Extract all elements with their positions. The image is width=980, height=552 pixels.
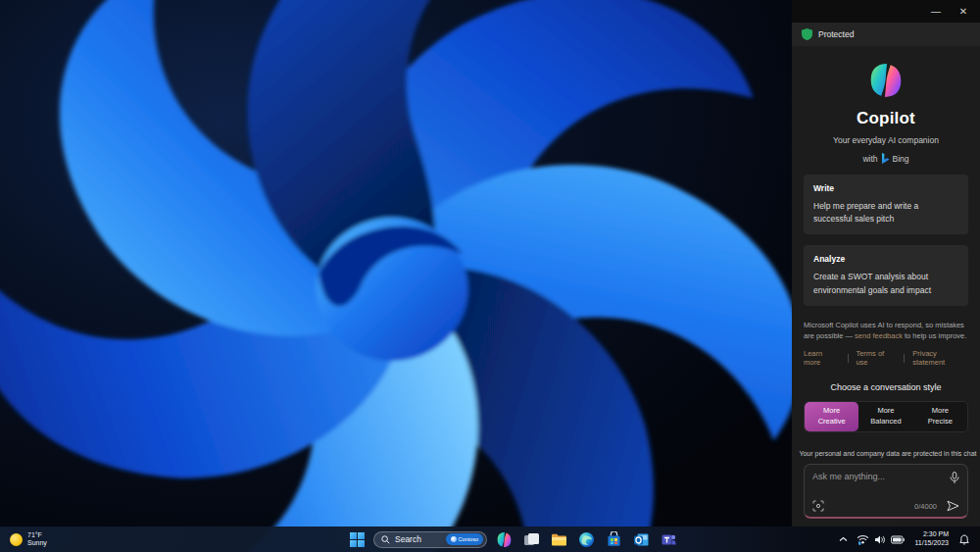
search-icon [381, 535, 390, 544]
copilot-sidebar-panel: — ✕ Protected [792, 0, 980, 527]
with-label: with [862, 154, 877, 164]
taskbar-app-outlook[interactable] [630, 528, 652, 550]
send-icon[interactable] [947, 500, 959, 512]
taskbar-app-teams[interactable] [658, 528, 679, 550]
terms-of-use-link[interactable]: Terms of use [856, 349, 896, 367]
privacy-statement-link[interactable]: Privacy statement [912, 349, 968, 367]
style-more-creative-button[interactable]: More Creative [805, 402, 858, 431]
style-more-balanced-button[interactable]: More Balanced [858, 402, 912, 431]
tray-overflow-chevron[interactable] [836, 528, 851, 550]
teams-icon [661, 531, 677, 548]
system-tray: 2:30 PM 11/15/2023 [836, 527, 980, 552]
taskbar: 71°F Sunny [0, 527, 980, 552]
minimize-button[interactable]: — [925, 3, 947, 20]
microsoft-store-icon [606, 531, 622, 548]
shield-protected-icon [802, 28, 812, 40]
tray-status-icons[interactable] [855, 528, 906, 550]
chat-input-box[interactable]: 0/4000 [804, 464, 968, 519]
clock-widget[interactable]: 2:30 PM 11/15/2023 [910, 528, 953, 550]
spacer [804, 432, 968, 449]
clock-date: 11/15/2023 [914, 539, 949, 548]
card-body: Create a SWOT analysis about environment… [813, 271, 958, 296]
link-separator [848, 354, 849, 363]
battery-icon [891, 535, 905, 544]
style-more-precise-button[interactable]: More Precise [913, 402, 967, 431]
style-label-line2: Creative [805, 417, 858, 427]
task-view-icon [523, 531, 540, 548]
taskbar-search-box[interactable]: Search Contoso [373, 531, 487, 548]
card-body: Help me prepare and write a successful s… [813, 200, 958, 226]
start-button[interactable] [346, 528, 368, 550]
close-button[interactable]: ✕ [953, 3, 974, 20]
contoso-badge[interactable]: Contoso [446, 533, 484, 545]
with-bing-row: with Bing [862, 153, 908, 164]
copilot-subtitle: Your everyday AI companion [833, 135, 939, 145]
microphone-icon[interactable] [950, 472, 959, 484]
desktop-wallpaper [0, 0, 792, 552]
bing-icon [881, 153, 890, 164]
screenshot-capture-icon[interactable] [812, 500, 824, 512]
card-title: Write [813, 183, 958, 193]
outlook-icon [633, 531, 650, 548]
send-feedback-link[interactable]: send feedback [855, 331, 903, 340]
chevron-up-icon [839, 536, 848, 542]
disclaimer-text-after: to help us improve. [903, 331, 966, 340]
style-label-line1: More [913, 406, 967, 417]
style-label-line2: Balanced [858, 417, 912, 427]
panel-body: Copilot Your everyday AI companion with … [792, 46, 980, 527]
conversation-style-selector: More Creative More Balanced More Precise [804, 401, 968, 432]
taskbar-app-copilot[interactable] [493, 528, 514, 550]
panel-titlebar: — ✕ [792, 0, 980, 23]
ai-disclaimer: Microsoft Copilot uses AI to respond, so… [804, 320, 968, 342]
windows-desktop-screen: — ✕ Protected [0, 0, 980, 552]
taskbar-app-task-view[interactable] [520, 528, 542, 550]
suggestion-card-analyze[interactable]: Analyze Create a SWOT analysis about env… [804, 245, 968, 305]
copilot-title: Copilot [857, 109, 915, 128]
card-title: Analyze [813, 254, 958, 264]
taskbar-app-store[interactable] [603, 528, 624, 550]
link-separator [904, 354, 905, 363]
chat-input-top-row [812, 472, 959, 484]
search-label: Search [395, 534, 441, 544]
data-protection-note: Your personal and company data are prote… [804, 449, 968, 458]
file-explorer-icon [551, 531, 567, 548]
style-label-line1: More [858, 406, 912, 417]
clock-time: 2:30 PM [923, 530, 949, 539]
copilot-logo-icon [867, 62, 905, 99]
learn-more-link[interactable]: Learn more [804, 349, 840, 367]
weather-temp: 71°F [27, 531, 47, 539]
suggestion-card-write[interactable]: Write Help me prepare and write a succes… [804, 175, 968, 234]
taskbar-app-edge[interactable] [575, 528, 597, 550]
taskbar-center: Search Contoso [346, 527, 679, 552]
weather-condition: Sunny [27, 539, 47, 547]
sun-icon [10, 533, 23, 546]
windows-logo-icon [350, 532, 365, 547]
style-label-line2: Precise [913, 417, 967, 427]
bell-icon [959, 534, 969, 545]
edge-icon [578, 531, 595, 548]
chat-input-bottom-row: 0/4000 [812, 500, 959, 512]
wifi-icon [857, 534, 869, 545]
weather-widget[interactable]: 71°F Sunny [0, 527, 57, 552]
protected-status-row[interactable]: Protected [792, 23, 980, 46]
volume-icon [874, 534, 886, 545]
bloom-wallpaper-art [0, 0, 792, 552]
taskbar-app-file-explorer[interactable] [548, 528, 569, 550]
chat-input-field[interactable] [812, 472, 940, 481]
contoso-logo-icon [451, 536, 457, 542]
protected-label: Protected [818, 29, 854, 39]
copilot-hero: Copilot Your everyday AI companion with … [804, 62, 968, 164]
contoso-badge-label: Contoso [459, 536, 479, 542]
footer-links: Learn more Terms of use Privacy statemen… [804, 349, 968, 367]
copilot-taskbar-icon [496, 531, 513, 548]
notification-center-button[interactable] [956, 528, 972, 550]
conversation-style-title: Choose a conversation style [804, 382, 968, 392]
character-counter: 0/4000 [914, 502, 937, 511]
data-protection-text: Your personal and company data are prote… [799, 450, 976, 457]
style-label-line1: More [805, 406, 858, 417]
bing-label: Bing [893, 154, 909, 164]
